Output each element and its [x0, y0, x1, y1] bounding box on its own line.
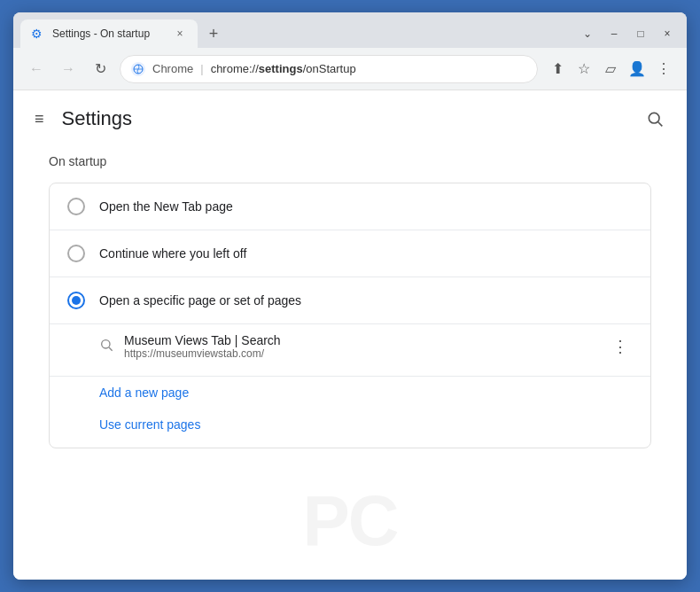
option-specific[interactable]: Open a specific page or set of pages: [50, 277, 650, 324]
url-full: chrome://settings/onStartup: [211, 62, 356, 75]
url-brand: Chrome: [152, 62, 193, 75]
active-tab[interactable]: ⚙ Settings - On startup ×: [20, 19, 198, 48]
close-button[interactable]: ×: [655, 23, 680, 44]
option-new-tab[interactable]: Open the New Tab page: [50, 183, 650, 230]
svg-point-1: [649, 113, 659, 123]
option-new-tab-label: Open the New Tab page: [99, 199, 233, 214]
tab-favicon: ⚙: [31, 27, 45, 41]
address-bar: ← → ↻ Chrome | chrome://settings/onStart…: [13, 48, 687, 90]
add-new-page-link[interactable]: Add a new page: [99, 377, 633, 409]
title-bar: ⚙ Settings - On startup × + ⌄ – □ ×: [13, 12, 687, 48]
page-menu-button[interactable]: ⋮: [608, 334, 633, 359]
svg-point-3: [102, 340, 110, 348]
page-item: Museum Views Tab | Search https://museum…: [99, 324, 633, 369]
restore-button[interactable]: ⌄: [575, 23, 600, 44]
watermark: PC: [13, 480, 687, 562]
bookmark-icon[interactable]: ☆: [572, 57, 596, 82]
content-area: ≡ Settings On startup Open the New Tab p…: [13, 90, 687, 580]
settings-header: ≡ Settings: [13, 90, 687, 147]
profile-icon[interactable]: 👤: [625, 57, 649, 82]
option-specific-label: Open a specific page or set of pages: [99, 293, 301, 308]
url-bar[interactable]: Chrome | chrome://settings/onStartup: [120, 55, 538, 83]
page-url: https://museumviewstab.com/: [124, 347, 597, 360]
svg-line-4: [109, 347, 113, 351]
back-button[interactable]: ←: [24, 57, 49, 82]
tab-close-button[interactable]: ×: [173, 27, 187, 41]
page-name: Museum Views Tab | Search: [124, 333, 597, 347]
browser-window: ⚙ Settings - On startup × + ⌄ – □ × ← → …: [13, 12, 687, 580]
minimize-button[interactable]: –: [602, 23, 626, 44]
settings-title: Settings: [62, 107, 626, 130]
share-icon[interactable]: ⬆: [545, 57, 570, 82]
option-continue-label: Continue where you left off: [99, 246, 246, 261]
more-menu-icon[interactable]: ⋮: [651, 57, 676, 82]
section-title: On startup: [49, 154, 651, 168]
settings-search-button[interactable]: [641, 105, 669, 133]
window-controls: ⌄ – □ ×: [575, 23, 680, 44]
hamburger-menu-icon[interactable]: ≡: [31, 106, 48, 132]
radio-new-tab[interactable]: [67, 198, 85, 215]
pages-section: Museum Views Tab | Search https://museum…: [50, 324, 650, 377]
sidebar-icon[interactable]: ▱: [598, 57, 623, 82]
forward-button[interactable]: →: [56, 57, 81, 82]
radio-continue[interactable]: [67, 245, 85, 262]
url-separator: |: [200, 62, 203, 75]
card-links: Add a new page Use current pages: [50, 377, 650, 448]
refresh-button[interactable]: ↻: [88, 57, 113, 82]
page-info: Museum Views Tab | Search https://museum…: [124, 333, 597, 360]
startup-options-card: Open the New Tab page Continue where you…: [49, 183, 651, 448]
use-current-pages-link[interactable]: Use current pages: [99, 409, 633, 440]
page-search-icon: [99, 338, 113, 355]
new-tab-button[interactable]: +: [201, 21, 226, 46]
toolbar-right: ⬆ ☆ ▱ 👤 ⋮: [545, 57, 676, 82]
radio-specific[interactable]: [67, 292, 85, 309]
url-favicon: [131, 62, 145, 76]
settings-content: On startup Open the New Tab page Continu…: [13, 147, 687, 484]
maximize-button[interactable]: □: [628, 23, 653, 44]
tab-title: Settings - On startup: [52, 27, 166, 40]
svg-line-2: [658, 122, 663, 127]
option-continue[interactable]: Continue where you left off: [50, 230, 650, 277]
